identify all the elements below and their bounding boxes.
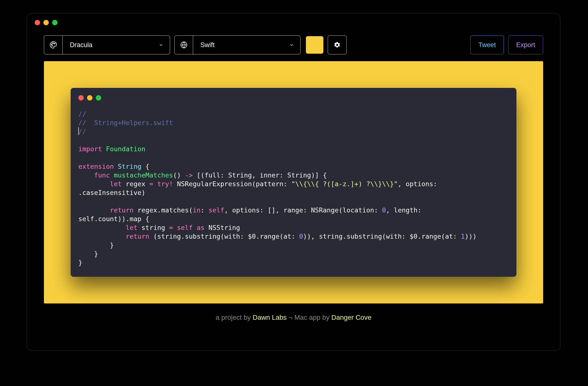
- window-traffic-lights: [35, 20, 58, 25]
- footer-link-dangercove[interactable]: Danger Cove: [331, 314, 371, 321]
- code-token: 1: [461, 233, 465, 240]
- code-token: ))): [465, 233, 477, 240]
- close-icon[interactable]: [35, 20, 40, 25]
- code-token: import: [78, 145, 102, 153]
- code-token: 0: [299, 233, 303, 240]
- code-token: self: [173, 224, 197, 231]
- code-token: NSRegularExpression(pattern:: [173, 180, 291, 188]
- theme-select-label: Dracula: [63, 41, 152, 49]
- zoom-icon: [96, 95, 101, 100]
- code-token: !: [169, 180, 173, 188]
- minimize-icon[interactable]: [43, 20, 49, 25]
- code-token: 0: [382, 206, 386, 214]
- svg-point-1: [52, 43, 53, 44]
- code-token: .caseInsensitive: [78, 189, 141, 196]
- code-token: "\\{\\{ ?([a-z.]+) ?\\}\\}": [291, 180, 398, 188]
- tweet-label: Tweet: [478, 41, 496, 49]
- code-token: , length:: [386, 206, 425, 214]
- globe-icon: [175, 36, 193, 54]
- code-token: (string.substring(with: $0.range(at:: [149, 233, 299, 240]
- code-token: {: [141, 163, 149, 170]
- code-token: mustacheMatches: [114, 171, 173, 179]
- code-token: // String+Helpers.swift: [78, 119, 173, 126]
- language-select[interactable]: Swift: [174, 35, 301, 54]
- code-token: [(full: String, inner: String)] {: [193, 171, 327, 179]
- code-token: }: [78, 241, 114, 249]
- chevron-down-icon: [283, 43, 300, 47]
- code-token: =: [169, 224, 173, 231]
- tweet-button[interactable]: Tweet: [470, 35, 504, 54]
- export-label: Export: [516, 41, 535, 49]
- code-token: let: [126, 224, 138, 231]
- settings-button[interactable]: [328, 35, 347, 54]
- footer-link-dawnlabs[interactable]: Dawn Labs: [253, 314, 287, 321]
- code-token: }: [78, 259, 82, 266]
- background-color-swatch[interactable]: [306, 36, 323, 54]
- gear-icon: [334, 42, 341, 48]
- code-token: Foundation: [106, 145, 146, 153]
- code-editor[interactable]: // // String+Helpers.swift // import Fou…: [78, 110, 509, 267]
- text-cursor: [78, 127, 79, 135]
- close-icon: [78, 95, 84, 100]
- code-token: return: [126, 233, 149, 240]
- code-window: // // String+Helpers.swift // import Fou…: [71, 88, 516, 277]
- code-window-traffic-lights: [78, 95, 509, 100]
- toolbar: Dracula Swift: [27, 35, 560, 54]
- svg-point-2: [54, 43, 55, 44]
- code-token: )), string.substring(with: $0.range(at:: [303, 233, 461, 240]
- app-window: Dracula Swift: [27, 13, 560, 351]
- code-token: in: [193, 206, 201, 214]
- code-token: as: [197, 224, 205, 231]
- footer-text: ¬ Mac app by: [287, 314, 331, 321]
- code-token: )).map {: [118, 215, 149, 223]
- code-token: string: [138, 224, 169, 231]
- code-token: //: [78, 110, 86, 118]
- footer: a project by Dawn Labs ¬ Mac app by Dang…: [27, 314, 560, 321]
- code-token: self: [208, 206, 224, 214]
- code-token: return: [110, 206, 134, 214]
- code-token: , options: [], range: NSRange(location:: [224, 206, 382, 214]
- palette-icon: [44, 36, 63, 54]
- footer-text: a project by: [216, 314, 253, 321]
- code-token: //: [78, 128, 86, 135]
- code-token: }: [78, 250, 98, 258]
- minimize-icon: [87, 95, 92, 100]
- canvas-background: // // String+Helpers.swift // import Fou…: [44, 61, 543, 303]
- code-token: try: [153, 180, 169, 188]
- code-token: =: [149, 180, 153, 188]
- theme-select[interactable]: Dracula: [44, 35, 170, 54]
- chevron-down-icon: [152, 43, 170, 47]
- code-token: regex: [122, 180, 149, 188]
- code-token: regex.matches(: [134, 206, 193, 214]
- code-token: self.count: [78, 215, 118, 223]
- code-token: ->: [185, 171, 193, 179]
- code-token: , options:: [398, 180, 441, 188]
- code-token: let: [110, 180, 122, 188]
- code-token: ): [141, 189, 145, 196]
- code-token: func: [94, 171, 110, 179]
- code-token: extension: [78, 163, 114, 170]
- svg-point-3: [51, 45, 52, 46]
- language-select-label: Swift: [193, 41, 283, 49]
- svg-point-0: [51, 44, 52, 45]
- code-token: (): [173, 171, 185, 179]
- zoom-icon[interactable]: [52, 20, 58, 25]
- export-button[interactable]: Export: [508, 35, 543, 54]
- code-token: String: [118, 163, 142, 170]
- code-token: NSString: [205, 224, 240, 231]
